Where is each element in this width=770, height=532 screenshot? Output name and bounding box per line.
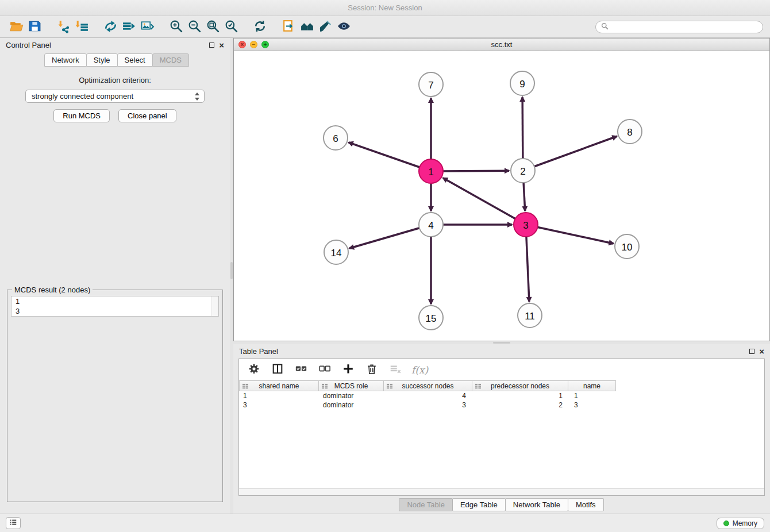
cell-predecessor-nodes[interactable]: 1 <box>473 391 570 400</box>
graph-edge-4-14[interactable] <box>349 225 431 248</box>
zoom-out-button[interactable] <box>185 18 203 36</box>
column-browser-button[interactable] <box>270 363 285 377</box>
tab-motifs[interactable]: Motifs <box>568 498 604 511</box>
cell-successor-nodes[interactable]: 4 <box>384 391 473 400</box>
function-builder-button-disabled: f(x) <box>411 363 428 377</box>
clone-network-button[interactable] <box>279 18 298 36</box>
close-panel-button[interactable]: Close panel <box>118 109 176 122</box>
task-history-button[interactable] <box>6 517 21 529</box>
float-panel-icon[interactable] <box>209 43 214 48</box>
cell-mcds-role[interactable]: dominator <box>319 400 384 410</box>
zoom-selected-button[interactable] <box>222 18 240 36</box>
add-column-button[interactable] <box>341 363 356 377</box>
memory-status-icon <box>723 521 729 526</box>
column-header-shared-name[interactable]: shared name <box>239 380 319 391</box>
column-header-predecessor-nodes[interactable]: predecessor nodes <box>472 380 568 391</box>
memory-button[interactable]: Memory <box>717 518 764 529</box>
vertical-splitter[interactable] <box>230 38 233 514</box>
checked-boxes-icon <box>295 363 307 377</box>
network-view-window: × − + scc.txt 7968124314101511 <box>233 38 770 341</box>
cell-name[interactable]: 1 <box>570 391 618 400</box>
mcds-tab-content: Optimization criterion: strongly connect… <box>0 67 230 514</box>
mcds-result-group: MCDS result (2 nodes) 1 3 <box>7 286 223 502</box>
splitter-handle[interactable] <box>230 262 233 279</box>
cell-shared-name[interactable]: 3 <box>239 400 319 410</box>
select-all-button[interactable] <box>294 363 309 377</box>
cell-name[interactable]: 3 <box>570 400 618 410</box>
cell-predecessor-nodes[interactable]: 2 <box>473 400 570 410</box>
save-session-button[interactable] <box>25 18 44 36</box>
node-table: shared name MCDS role successor nodes <box>239 380 764 488</box>
global-search[interactable] <box>595 21 763 33</box>
traffic-lights: × − + <box>238 41 269 48</box>
horizontal-splitter[interactable] <box>233 341 770 344</box>
search-input[interactable] <box>612 22 757 31</box>
result-item[interactable]: 1 <box>11 296 218 306</box>
network-canvas[interactable]: 7968124314101511 <box>234 51 769 341</box>
graph-edge-2-8[interactable] <box>523 136 617 171</box>
tab-select[interactable]: Select <box>117 53 153 67</box>
zoom-fit-button[interactable] <box>203 18 222 36</box>
delete-column-button[interactable] <box>364 363 379 377</box>
control-panel: Control Panel × Network Style Select MCD… <box>0 38 230 514</box>
zoom-out-icon <box>187 19 202 35</box>
close-panel-icon[interactable]: × <box>759 347 764 356</box>
apply-style-button[interactable] <box>316 18 334 36</box>
refresh-view-button[interactable] <box>251 18 269 36</box>
cell-mcds-role[interactable]: dominator <box>319 391 384 400</box>
column-label: predecessor nodes <box>491 382 549 390</box>
graph-node-label-4: 4 <box>428 220 433 231</box>
tab-node-table[interactable]: Node Table <box>399 498 453 511</box>
graph-node-label-2: 2 <box>520 166 525 177</box>
open-session-button[interactable] <box>7 18 25 36</box>
columns-icon <box>271 363 284 377</box>
graph-edge-3-10[interactable] <box>526 225 614 244</box>
table-horizontal-scrollbar[interactable] <box>239 488 764 495</box>
tab-style[interactable]: Style <box>86 53 118 67</box>
result-item[interactable]: 3 <box>11 306 218 316</box>
window-title: Session: New Session <box>348 3 422 12</box>
table-toolbar: f(x) <box>239 359 764 380</box>
result-scrollbar[interactable] <box>211 296 218 316</box>
graph-edge-3-1[interactable] <box>443 178 526 225</box>
houses-icon <box>300 19 314 35</box>
import-table-button[interactable] <box>72 18 91 36</box>
maximize-window-icon[interactable]: + <box>261 41 269 48</box>
graph-node-label-11: 11 <box>525 311 535 322</box>
tab-network-table[interactable]: Network Table <box>505 498 568 511</box>
hierarchy-home-button[interactable] <box>298 18 316 36</box>
column-header-mcds-role[interactable]: MCDS role <box>318 380 384 391</box>
window-titlebar: Session: New Session <box>0 0 770 16</box>
deselect-all-button[interactable] <box>317 363 332 377</box>
show-hide-button[interactable] <box>334 18 353 36</box>
column-header-name[interactable]: name <box>568 380 616 391</box>
export-image-button[interactable] <box>138 18 156 36</box>
zoom-in-button[interactable] <box>167 18 185 36</box>
optimization-criterion-select[interactable]: strongly connected component <box>25 90 205 103</box>
minimize-window-icon[interactable]: − <box>250 41 257 48</box>
network-window-title: scc.txt <box>234 40 769 49</box>
table-panel-tabs: Node Table Edge Table Network Table Moti… <box>233 496 770 514</box>
tab-mcds[interactable]: MCDS <box>152 53 189 67</box>
float-panel-icon[interactable] <box>749 349 754 354</box>
mcds-result-list[interactable]: 1 3 <box>11 296 219 317</box>
table-header-row: shared name MCDS role successor nodes <box>239 380 764 391</box>
cell-shared-name[interactable]: 1 <box>239 391 319 400</box>
column-settings-button[interactable] <box>247 363 261 377</box>
import-network-button[interactable] <box>54 18 72 36</box>
network-graph[interactable]: 7968124314101511 <box>234 51 769 341</box>
optimization-criterion-label: Optimization criterion: <box>79 76 151 84</box>
splitter-handle[interactable] <box>493 342 510 344</box>
column-header-successor-nodes[interactable]: successor nodes <box>383 380 472 391</box>
close-panel-icon[interactable]: × <box>219 41 224 49</box>
cell-successor-nodes[interactable]: 3 <box>384 400 473 410</box>
tab-network[interactable]: Network <box>44 53 87 67</box>
table-row[interactable]: 1 dominator 4 1 1 <box>239 391 764 400</box>
table-row[interactable]: 3 dominator 3 2 3 <box>239 400 764 410</box>
close-window-icon[interactable]: × <box>238 41 246 48</box>
tab-edge-table[interactable]: Edge Table <box>452 498 506 511</box>
new-network-button[interactable] <box>101 18 120 36</box>
run-mcds-button[interactable]: Run MCDS <box>53 109 110 122</box>
export-table-button[interactable] <box>120 18 138 36</box>
graph-edge-1-6[interactable] <box>349 142 431 171</box>
